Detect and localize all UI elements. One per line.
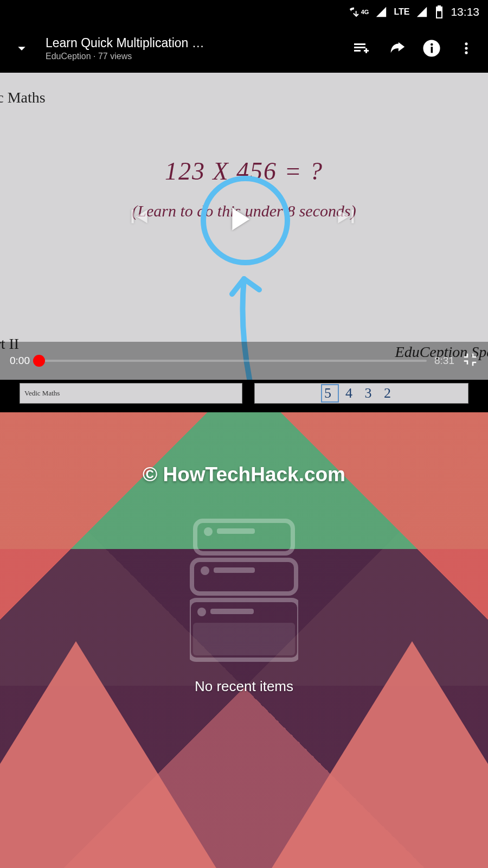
svg-point-6: [465, 47, 467, 49]
add-to-playlist-button[interactable]: [347, 33, 377, 63]
recents-panel: © HowTechHack.com No recent items: [0, 412, 488, 868]
current-time: 0:00: [10, 355, 30, 367]
signal-icon-1: [375, 6, 387, 18]
more-options-button[interactable]: [451, 33, 481, 63]
svg-rect-8: [195, 521, 293, 553]
svg-point-9: [204, 527, 213, 536]
net-4g-label: 4G: [361, 9, 369, 15]
player-header: Learn Quick Multiplication … EduCeption …: [0, 24, 488, 73]
thumbnail-item[interactable]: Vedic Maths: [20, 383, 242, 404]
collapse-button[interactable]: [7, 33, 37, 63]
svg-point-7: [465, 52, 467, 54]
phone-4g-icon: 4G: [348, 6, 369, 18]
thumbnail-strip[interactable]: Vedic Maths 54 3 2: [0, 380, 488, 412]
svg-point-5: [465, 42, 467, 45]
svg-text:59: 59: [438, 10, 442, 14]
progress-thumb[interactable]: [33, 355, 45, 367]
video-subtitle: EduCeption · 77 views: [46, 52, 343, 61]
recents-empty-icon: [190, 515, 298, 664]
lte-label: LTE: [394, 7, 409, 17]
exit-fullscreen-button[interactable]: [462, 352, 478, 370]
seek-bar: 0:00 8:31: [0, 342, 488, 380]
svg-rect-11: [192, 560, 296, 593]
video-surface[interactable]: edic Maths 123 X 456 = ? (Learn to do th…: [0, 73, 488, 380]
svg-rect-13: [214, 567, 255, 573]
svg-point-12: [201, 566, 209, 575]
signal-icon-2: [416, 6, 428, 18]
svg-point-15: [197, 608, 206, 616]
svg-rect-10: [217, 528, 255, 534]
share-button[interactable]: [382, 33, 412, 63]
thumbnail-label: Vedic Maths: [24, 389, 60, 397]
svg-point-4: [431, 43, 433, 46]
svg-rect-3: [431, 47, 433, 53]
progress-track[interactable]: [35, 360, 427, 362]
battery-icon: 59: [434, 5, 444, 18]
next-button[interactable]: [333, 203, 361, 232]
video-title[interactable]: Learn Quick Multiplication …: [46, 36, 343, 50]
thumbnail-number-boxed: 5: [321, 384, 339, 403]
play-button[interactable]: [220, 200, 258, 240]
thumbnail-item[interactable]: 54 3 2: [254, 383, 468, 404]
watermark-text: © HowTechHack.com: [0, 463, 488, 486]
thumbnail-numbers-rest: 4 3 2: [343, 385, 397, 401]
info-button[interactable]: [416, 33, 447, 63]
total-time: 8:31: [434, 355, 454, 367]
status-time: 13:13: [451, 5, 479, 18]
previous-button[interactable]: [125, 203, 152, 232]
recents-empty-text: No recent items: [0, 678, 488, 695]
status-bar: 4G LTE 59 13:13: [0, 0, 488, 24]
svg-rect-17: [193, 623, 295, 655]
svg-rect-16: [210, 609, 254, 614]
